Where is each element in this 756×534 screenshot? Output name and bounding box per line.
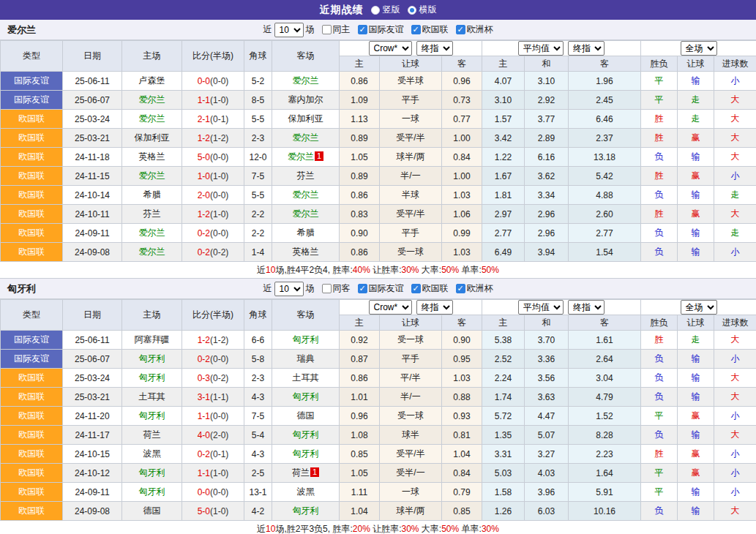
summary-segment: 50% bbox=[441, 265, 459, 275]
half-time-score: (1-0) bbox=[210, 209, 228, 219]
match-row: 欧国联24-11-20匈牙利1-1(0-0)7-5德国0.96受一球0.935.… bbox=[1, 407, 756, 426]
cell-odds-home: 0.83 bbox=[340, 205, 380, 224]
final-index-select-2[interactable]: 终指 bbox=[568, 41, 605, 56]
sub-header-home: 主 bbox=[340, 56, 380, 72]
competition-filter-0[interactable]: ✓国际友谊 bbox=[358, 282, 404, 295]
cell-odds-handicap: 球半/两 bbox=[380, 502, 442, 521]
cell-score: 1-1(1-0) bbox=[182, 91, 244, 110]
cell-odds-away: 0.93 bbox=[442, 407, 482, 426]
home-team-name: 波黑 bbox=[143, 448, 161, 459]
cell-avg-away: 5.91 bbox=[569, 483, 641, 502]
radio-checked-icon bbox=[408, 6, 416, 15]
near-label: 近 bbox=[263, 282, 272, 295]
cell-odds-home: 1.08 bbox=[340, 426, 380, 445]
cell-avg-draw: 3.70 bbox=[525, 331, 569, 350]
cell-avg-draw: 2.92 bbox=[525, 91, 569, 110]
home-team-name: 德国 bbox=[143, 505, 161, 516]
summary-segment: 让胜率: bbox=[370, 265, 402, 275]
layout-radio-horizontal[interactable]: 横版 bbox=[408, 4, 437, 16]
filter-bar: 匈牙利近10场同客✓国际友谊✓欧国联✓欧洲杯 bbox=[0, 279, 756, 299]
cell-avg-home: 6.49 bbox=[482, 243, 525, 262]
checkbox-checked-icon: ✓ bbox=[411, 25, 421, 34]
sub-header-handicap: 让球 bbox=[380, 56, 442, 72]
cell-score: 4-0(2-0) bbox=[182, 426, 244, 445]
final-index-select-1[interactable]: 终指 bbox=[416, 300, 453, 315]
competition-filter-2[interactable]: ✓欧洲杯 bbox=[456, 282, 493, 295]
cell-date: 25-03-21 bbox=[63, 129, 122, 148]
cell-away-team: 土耳其 bbox=[272, 369, 340, 388]
match-row: 欧国联24-09-11匈牙利0-0(0-0)13-1波黑1.11一球0.791.… bbox=[1, 483, 756, 502]
summary-segment: 大率: bbox=[419, 524, 442, 534]
cell-date: 24-11-18 bbox=[63, 148, 122, 167]
table-body: 国际友谊25-06-11卢森堡0-0(0-0)5-2爱尔兰0.86受半球0.96… bbox=[1, 72, 756, 262]
cell-odds-away: 0.84 bbox=[442, 464, 482, 483]
page-title: 近期战绩 bbox=[320, 4, 364, 17]
venue-filter-checkbox[interactable]: 同主 bbox=[322, 23, 351, 36]
red-card-badge: 1 bbox=[315, 151, 323, 161]
cell-odds-home: 0.87 bbox=[340, 350, 380, 369]
col-header-home: 主场 bbox=[122, 41, 182, 72]
cell-competition-type: 欧国联 bbox=[1, 388, 63, 407]
home-team-name: 匈牙利 bbox=[139, 372, 165, 383]
venue-filter-checkbox[interactable]: 同客 bbox=[322, 282, 351, 295]
home-team-name: 土耳其 bbox=[139, 391, 165, 402]
average-select[interactable]: 平均值 bbox=[518, 300, 564, 315]
cell-away-team: 希腊 bbox=[272, 224, 340, 243]
competition-filter-1[interactable]: ✓欧国联 bbox=[411, 23, 449, 36]
cell-home-team: 匈牙利 bbox=[122, 464, 182, 483]
results-table: 类型日期主场比分(半场)角球客场Crow*终指平均值终指全场主让球客主和客胜负让… bbox=[0, 40, 756, 262]
col-header-score: 比分(半场) bbox=[182, 41, 244, 72]
cell-odds-away: 0.73 bbox=[442, 91, 482, 110]
cell-odds-away: 1.00 bbox=[442, 167, 482, 186]
final-index-select-2[interactable]: 终指 bbox=[568, 300, 605, 315]
cell-odds-handicap: 球半/两 bbox=[380, 148, 442, 167]
average-dropdown-cell: 平均值终指 bbox=[482, 300, 641, 315]
match-count-select[interactable]: 10 bbox=[274, 282, 304, 296]
cell-home-team: 希腊 bbox=[122, 186, 182, 205]
cell-odds-home: 1.05 bbox=[340, 148, 380, 167]
competition-filter-1-label: 欧国联 bbox=[422, 23, 449, 36]
competition-filter-1[interactable]: ✓欧国联 bbox=[411, 282, 449, 295]
cell-odds-handicap: 受一球 bbox=[380, 331, 442, 350]
bookmaker-select[interactable]: Crow* bbox=[369, 300, 412, 315]
average-select[interactable]: 平均值 bbox=[518, 41, 564, 56]
match-row: 国际友谊25-06-07匈牙利0-2(0-0)5-8瑞典0.87平手0.952.… bbox=[1, 350, 756, 369]
cell-odds-away: 1.00 bbox=[442, 129, 482, 148]
cell-date: 25-06-07 bbox=[63, 91, 122, 110]
radio-unchecked-icon bbox=[371, 6, 380, 15]
half-time-score: (0-0) bbox=[210, 354, 228, 364]
bookmaker-select[interactable]: Crow* bbox=[369, 41, 412, 56]
match-row: 欧国联25-03-21保加利亚1-2(1-2)2-3爱尔兰0.89受平/半1.0… bbox=[1, 129, 756, 148]
cell-goals-result: 小 bbox=[714, 483, 756, 502]
cell-result: 胜 bbox=[641, 167, 678, 186]
cell-competition-type: 国际友谊 bbox=[1, 331, 63, 350]
summary-segment: 大率: bbox=[419, 265, 442, 275]
bookmaker-dropdown-cell: Crow*终指 bbox=[340, 300, 482, 315]
cell-away-team: 爱尔兰1 bbox=[272, 148, 340, 167]
cell-avg-away: 4.79 bbox=[569, 388, 641, 407]
competition-filter-2[interactable]: ✓欧洲杯 bbox=[456, 23, 493, 36]
full-match-select[interactable]: 全场 bbox=[681, 300, 717, 315]
cell-away-team: 保加利亚 bbox=[272, 110, 340, 129]
cell-odds-home: 0.92 bbox=[340, 331, 380, 350]
cell-result: 平 bbox=[641, 91, 678, 110]
half-time-score: (0-0) bbox=[210, 228, 228, 238]
cell-avg-draw: 4.47 bbox=[525, 407, 569, 426]
radio-vertical-label: 竖版 bbox=[383, 4, 400, 16]
near-label: 近 bbox=[263, 23, 272, 36]
away-team-name: 土耳其 bbox=[293, 372, 319, 383]
match-count-select[interactable]: 10 bbox=[274, 23, 304, 37]
cell-score: 5-0(0-0) bbox=[182, 148, 244, 167]
full-match-select[interactable]: 全场 bbox=[681, 41, 717, 56]
cell-corner: 4-3 bbox=[244, 445, 272, 464]
cell-avg-away: 8.28 bbox=[569, 426, 641, 445]
cell-odds-handicap: 平手 bbox=[380, 224, 442, 243]
cell-competition-type: 国际友谊 bbox=[1, 350, 63, 369]
cell-avg-draw: 5.07 bbox=[525, 426, 569, 445]
cell-avg-home: 3.31 bbox=[482, 445, 525, 464]
cell-result: 负 bbox=[641, 148, 678, 167]
full-time-score: 0-2 bbox=[198, 247, 210, 257]
layout-radio-vertical[interactable]: 竖版 bbox=[371, 4, 400, 16]
competition-filter-0[interactable]: ✓国际友谊 bbox=[358, 23, 404, 36]
final-index-select-1[interactable]: 终指 bbox=[416, 41, 453, 56]
